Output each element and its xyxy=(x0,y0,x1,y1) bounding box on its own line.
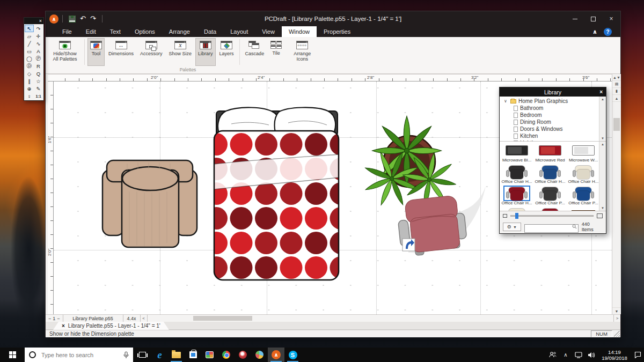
scroll-up-icon[interactable]: ▲ xyxy=(601,98,604,101)
vertical-scrollbar[interactable]: ▲▼ ▤ ▮ ▲ ▼ xyxy=(612,74,621,314)
edge[interactable]: e xyxy=(151,348,168,362)
menu-item[interactable]: Window xyxy=(282,26,317,37)
tree-item[interactable]: Bedroom xyxy=(500,112,606,119)
library-item[interactable]: Microwave W... xyxy=(567,143,600,164)
task-view-button[interactable] xyxy=(133,348,151,362)
items-scrollbar[interactable]: ▲▼ xyxy=(599,142,606,211)
tab-close-icon[interactable]: × xyxy=(62,323,65,329)
scroll-down-icon[interactable]: ▼ xyxy=(601,206,604,210)
armchair-object[interactable] xyxy=(103,160,197,247)
ribbon-button[interactable]: Tool xyxy=(87,38,105,66)
symbol-tool[interactable]: ⊕ xyxy=(25,85,34,92)
action-center-button[interactable] xyxy=(631,351,644,358)
tree-scrollbar[interactable]: ▲▼ xyxy=(599,97,606,141)
horizontal-scroll-track[interactable] xyxy=(148,315,613,322)
help-button[interactable]: ? xyxy=(604,28,612,36)
slider-thumb[interactable] xyxy=(515,213,518,219)
close-button[interactable]: × xyxy=(602,11,620,26)
ribbon-button[interactable]: x Show Size xyxy=(166,38,195,66)
taskbar-search[interactable] xyxy=(25,348,133,362)
library-item[interactable] xyxy=(500,207,533,211)
search-input[interactable] xyxy=(40,351,119,359)
maximize-button[interactable] xyxy=(584,11,602,26)
undo-button[interactable]: ↶ xyxy=(78,11,88,26)
menu-item[interactable]: Arrange xyxy=(162,26,197,37)
close-icon[interactable]: × xyxy=(599,89,603,95)
file-explorer[interactable] xyxy=(168,348,185,362)
menu-item[interactable]: Options xyxy=(128,26,162,37)
menu-item[interactable]: File xyxy=(55,26,79,37)
page-indicator[interactable]: − 1 − xyxy=(46,315,63,322)
microsoft-store[interactable] xyxy=(185,348,201,362)
volume-button[interactable] xyxy=(585,352,598,358)
pointer-icon[interactable]: ▮ xyxy=(612,88,621,95)
tree-item-root[interactable]: ∨ Home Plan Graphics xyxy=(500,98,606,105)
ribbon-button[interactable]: Library xyxy=(195,38,216,66)
pan-tool[interactable]: ✛ xyxy=(34,32,43,40)
menu-item[interactable]: Layout xyxy=(223,26,255,37)
menu-item[interactable]: Data xyxy=(197,26,223,37)
select-tool[interactable]: ↖ xyxy=(25,25,34,32)
library-options-button[interactable]: ⚙▼ xyxy=(503,223,521,231)
resize-grip[interactable] xyxy=(614,331,620,337)
chrome[interactable] xyxy=(218,348,235,362)
library-item[interactable]: Office Chair P... xyxy=(567,186,600,207)
document-name-box[interactable]: Library Palette.p55 xyxy=(63,315,123,322)
ribbon-button-tile[interactable]: Tile xyxy=(268,38,284,66)
library-item[interactable] xyxy=(567,207,600,211)
graphics-app[interactable] xyxy=(201,348,218,362)
marquee-zoom-tool[interactable]: ▱ xyxy=(25,32,34,40)
rotate-tool[interactable]: ↷ xyxy=(34,25,43,32)
ribbon-button-cascade[interactable]: Cascade xyxy=(243,38,267,66)
library-item[interactable]: Office Chair H... xyxy=(533,164,567,186)
redo-button[interactable]: ↷ xyxy=(88,11,98,26)
library-item[interactable]: Microwave Red xyxy=(533,143,567,164)
start-button[interactable] xyxy=(0,348,25,362)
menu-item[interactable]: View xyxy=(255,26,282,37)
tool-palette[interactable]: × ↖ ↷ ▱ ✛ ╱ ∿ ▭ A ◯ Ⓟ xyxy=(24,17,44,101)
zoom-level-box[interactable]: 4.4x xyxy=(123,315,141,322)
tree-item[interactable]: Bathroom xyxy=(500,105,606,112)
library-item[interactable]: Office Chair H... xyxy=(500,164,533,186)
scroll-thumb[interactable] xyxy=(613,118,620,131)
library-item[interactable]: Office Chair H... xyxy=(567,164,600,186)
library-item[interactable] xyxy=(533,207,567,211)
app-icon[interactable]: ∧ xyxy=(49,14,58,24)
scroll-down-button[interactable]: ▼ xyxy=(612,307,621,314)
lamp-tool[interactable]: ♀ xyxy=(25,92,34,100)
tree-item[interactable]: Doors & Windows xyxy=(500,125,606,132)
library-palette[interactable]: Library × ∨ Home Plan Graphics Bathroom xyxy=(499,87,606,234)
ribbon-button[interactable]: ↔ Dimensions xyxy=(106,38,136,66)
dimension-tool[interactable]: Ⓓ xyxy=(25,62,34,70)
library-item[interactable]: Office Chair P... xyxy=(533,186,567,207)
text-tool[interactable]: A xyxy=(34,47,43,55)
ribbon-button[interactable]: Hide/Show All Palettes xyxy=(48,38,82,66)
scroll-down-icon[interactable]: ▼ xyxy=(601,137,604,140)
polygon-tool[interactable]: ◇ xyxy=(25,70,34,77)
library-search-input[interactable] xyxy=(524,224,579,233)
taskbar-clock[interactable]: 14:19 19/09/2018 xyxy=(598,349,631,361)
close-icon[interactable]: × xyxy=(39,19,42,24)
radius-tool[interactable]: R xyxy=(34,62,43,70)
save-button[interactable] xyxy=(67,16,78,23)
collapse-ribbon-button[interactable]: ∧ xyxy=(592,28,597,35)
scroll-up-button[interactable]: ▲ xyxy=(612,95,621,102)
menu-item[interactable]: Text xyxy=(103,26,128,37)
document-tab[interactable]: × Library Palette.p55 - Layer-1 - 1/4" =… xyxy=(53,322,169,330)
freehand-tool[interactable]: ∿ xyxy=(34,40,43,47)
scale-1-1-tool[interactable]: 1:1 xyxy=(34,92,43,100)
tree-item[interactable]: Dining Room xyxy=(500,119,606,125)
tool-palette-titlebar[interactable]: × xyxy=(24,18,43,24)
scroll-right-button[interactable]: > xyxy=(613,315,620,322)
media-app[interactable] xyxy=(235,348,251,362)
show-hidden-icons-button[interactable]: ∧ xyxy=(559,352,572,358)
rectangle-tool[interactable]: ▭ xyxy=(25,47,34,55)
parallel-polygon-tool[interactable]: Ⓟ xyxy=(34,55,43,62)
curve-tool[interactable]: Q xyxy=(34,70,43,77)
bed-object[interactable] xyxy=(205,107,353,280)
ribbon-button[interactable]: Accessory xyxy=(137,38,165,66)
scroll-up-icon[interactable]: ▲ xyxy=(601,143,604,146)
library-item[interactable]: Microwave Bl... xyxy=(500,143,533,164)
office-chair-object[interactable] xyxy=(396,186,486,257)
minimize-button[interactable] xyxy=(566,11,584,26)
